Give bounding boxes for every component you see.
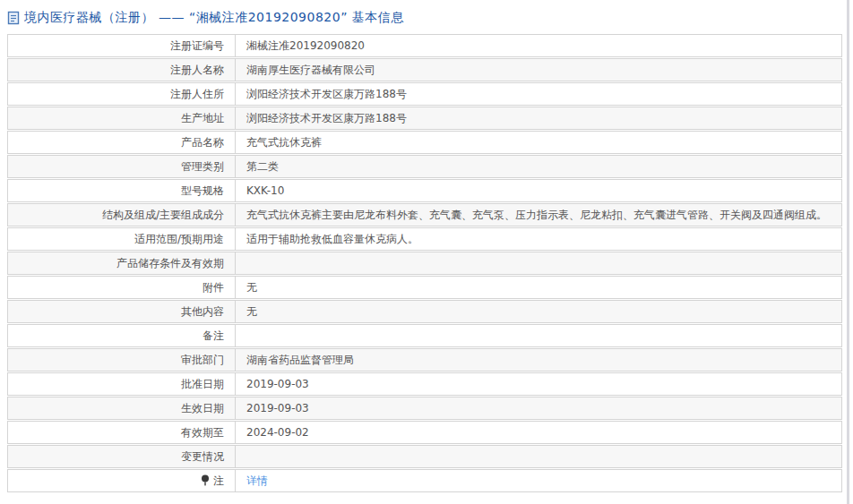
row-label: 批准日期	[181, 377, 224, 392]
row-label: 管理类别	[181, 159, 224, 175]
row-label: 有效期至	[181, 425, 224, 440]
row-label-cell: 变更情况	[8, 446, 236, 467]
row-value-cell: KXK-10	[236, 180, 841, 201]
table-row: 产品名称 充气式抗休克裤	[7, 131, 842, 154]
details-link[interactable]: 详情	[246, 474, 268, 487]
table-row: 结构及组成/主要组成成分 充气式抗休克裤主要由尼龙布料外套、充气囊、充气泵、压力…	[7, 203, 842, 226]
row-value: 湖南厚生医疗器械有限公司	[246, 63, 375, 78]
row-value: 无	[246, 280, 257, 295]
row-value-cell	[236, 446, 841, 467]
row-value-cell: 充气式抗休克裤	[236, 132, 841, 153]
row-label: 注册证编号	[170, 38, 224, 54]
row-label: 生产地址	[181, 111, 224, 126]
row-label-cell: 审批部门	[8, 349, 236, 371]
table-row: 变更情况	[7, 445, 842, 468]
row-value-cell: 无	[236, 277, 841, 298]
row-value-cell: 2019-09-03	[236, 397, 841, 419]
row-value: 2024-09-02	[246, 426, 309, 439]
table-row: 注册人住所 浏阳经济技术开发区康万路188号	[7, 82, 842, 106]
row-label: 注册人名称	[170, 63, 224, 78]
row-value: 2019-09-03	[246, 378, 309, 390]
table-row: 型号规格 KXK-10	[7, 179, 842, 202]
table-row: 适用范围/预期用途 适用于辅助抢救低血容量休克病人。	[7, 227, 842, 251]
row-label-cell: 注册人住所	[8, 83, 236, 105]
document-icon	[7, 11, 20, 25]
table-row: 生效日期 2019-09-03	[7, 397, 842, 420]
right-scrollbar-track[interactable]	[847, 0, 849, 504]
table-row: 批准日期 2019-09-03	[7, 372, 842, 396]
row-value: 湖南省药品监督管理局	[246, 353, 354, 368]
row-value-cell: 湖南省药品监督管理局	[236, 349, 841, 371]
table-row: 审批部门 湖南省药品监督管理局	[7, 348, 842, 372]
row-label: 变更情况	[181, 449, 224, 465]
page-header: 境内医疗器械（注册） —— “湘械注准20192090820” 基本信息	[0, 0, 853, 34]
page-title: 境内医疗器械（注册） —— “湘械注准20192090820” 基本信息	[24, 10, 404, 26]
row-label-cell: 批准日期	[8, 373, 236, 395]
table-row: 注 详情	[7, 469, 842, 492]
row-value: 无	[246, 304, 257, 320]
row-value: 充气式抗休克裤	[246, 135, 322, 150]
row-label: 附件	[202, 280, 224, 295]
row-value-cell: 2019-09-03	[236, 373, 841, 395]
row-value: 浏阳经济技术开发区康万路188号	[246, 87, 407, 102]
row-value-cell: 详情	[236, 470, 841, 491]
row-value-cell: 2024-09-02	[236, 422, 841, 443]
row-value-cell	[236, 252, 841, 274]
table-row: 附件 无	[7, 276, 842, 299]
table-row: 备注	[7, 324, 842, 347]
row-label: 其他内容	[181, 304, 224, 320]
row-label-cell: 适用范围/预期用途	[8, 228, 236, 250]
row-label: 注册人住所	[170, 87, 224, 102]
row-value-cell: 浏阳经济技术开发区康万路188号	[236, 107, 841, 129]
row-value-cell: 适用于辅助抢救低血容量休克病人。	[236, 228, 841, 250]
row-label-cell: 结构及组成/主要组成成分	[8, 204, 236, 226]
row-label-cell: 管理类别	[8, 156, 236, 177]
table-row: 注册人名称 湖南厚生医疗器械有限公司	[7, 58, 842, 81]
row-label-cell: 注册证编号	[8, 35, 236, 56]
row-label-cell: 产品名称	[8, 132, 236, 153]
table-row: 产品储存条件及有效期	[7, 252, 842, 275]
row-label: 型号规格	[181, 184, 224, 199]
row-label: 产品名称	[181, 135, 224, 150]
row-label: 审批部门	[181, 353, 224, 368]
row-label-cell: 备注	[8, 325, 236, 346]
table-row: 注册证编号 湘械注准20192090820	[7, 34, 842, 57]
row-value: 详情	[246, 474, 268, 489]
row-value: 适用于辅助抢救低血容量休克病人。	[246, 232, 418, 247]
table-row: 其他内容 无	[7, 300, 842, 323]
row-label: 生效日期	[181, 401, 224, 416]
row-value-cell: 充气式抗休克裤主要由尼龙布料外套、充气囊、充气泵、压力指示表、尼龙粘扣、充气囊进…	[236, 204, 841, 226]
row-label: 备注	[202, 329, 224, 344]
row-value-cell: 无	[236, 301, 841, 322]
row-label-cell: 有效期至	[8, 422, 236, 443]
row-value-cell	[236, 325, 841, 346]
row-value-cell: 浏阳经济技术开发区康万路188号	[236, 83, 841, 105]
row-value: 浏阳经济技术开发区康万路188号	[246, 111, 407, 126]
row-label-cell: 生效日期	[8, 397, 236, 419]
row-value-cell: 湖南厚生医疗器械有限公司	[236, 59, 841, 81]
row-value: 2019-09-03	[246, 402, 309, 414]
row-value-cell: 湘械注准20192090820	[236, 35, 841, 56]
row-label: 注	[213, 474, 224, 489]
row-label: 适用范围/预期用途	[134, 232, 224, 247]
row-value: 充气式抗休克裤主要由尼龙布料外套、充气囊、充气泵、压力指示表、尼龙粘扣、充气囊进…	[246, 208, 827, 223]
table-row: 生产地址 浏阳经济技术开发区康万路188号	[7, 107, 842, 130]
row-label-cell: 附件	[8, 277, 236, 298]
registration-table: 注册证编号 湘械注准20192090820 注册人名称 湖南厚生医疗器械有限公司	[7, 34, 842, 492]
registration-table-body: 注册证编号 湘械注准20192090820 注册人名称 湖南厚生医疗器械有限公司	[7, 34, 842, 492]
row-value: 湘械注准20192090820	[246, 38, 365, 54]
row-label: 产品储存条件及有效期	[116, 256, 224, 271]
row-label-cell: 产品储存条件及有效期	[8, 252, 236, 274]
row-value: 第二类	[246, 159, 279, 175]
note-balloon-icon	[201, 474, 210, 487]
row-label-cell: 生产地址	[8, 107, 236, 129]
table-row: 管理类别 第二类	[7, 155, 842, 178]
row-value: KXK-10	[246, 184, 284, 197]
row-label: 结构及组成/主要组成成分	[102, 208, 224, 223]
row-label-cell: 注册人名称	[8, 59, 236, 81]
row-label-cell: 注	[8, 470, 236, 491]
row-label-cell: 型号规格	[8, 180, 236, 201]
row-label-cell: 其他内容	[8, 301, 236, 322]
row-value-cell: 第二类	[236, 156, 841, 177]
table-row: 有效期至 2024-09-02	[7, 421, 842, 444]
